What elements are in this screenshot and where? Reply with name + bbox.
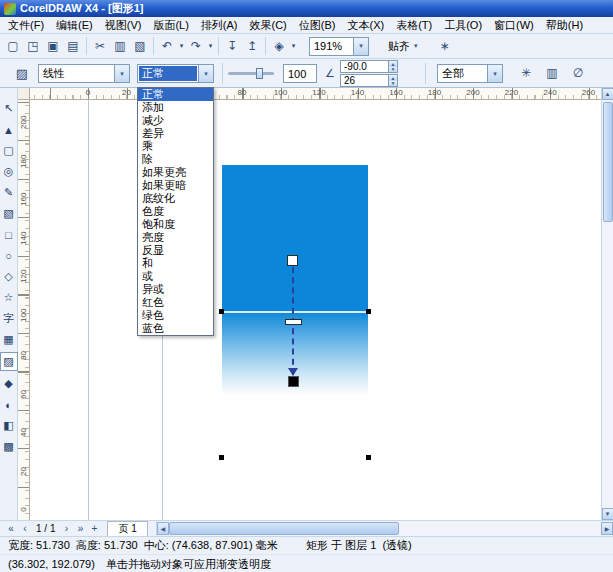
import-button[interactable]: ↧ bbox=[222, 36, 242, 56]
transparency-midpoint-slider-track[interactable] bbox=[228, 72, 274, 75]
transparency-type-arrow-icon[interactable]: ▾ bbox=[114, 65, 129, 82]
options-button[interactable]: ∗ bbox=[435, 36, 455, 56]
crop-tool[interactable]: ▢ bbox=[1, 142, 17, 159]
menu-item-text[interactable]: 文本(X) bbox=[341, 17, 390, 34]
dropdown-item-11[interactable]: 亮度 bbox=[138, 231, 213, 244]
horizontal-scrollbar[interactable]: ◀ ▶ bbox=[156, 521, 613, 536]
transparency-start-handle[interactable] bbox=[287, 255, 298, 266]
edge-spin-down-icon[interactable]: ▼ bbox=[389, 81, 397, 87]
scroll-down-icon[interactable]: ▼ bbox=[602, 508, 613, 520]
eyedropper-tool[interactable]: ◆ bbox=[1, 375, 17, 392]
previous-page-button[interactable]: ‹ bbox=[18, 522, 32, 536]
drawing-canvas[interactable] bbox=[30, 100, 601, 520]
shape-tool[interactable]: ▲ bbox=[1, 121, 17, 138]
open-document-button[interactable]: ◳ bbox=[23, 36, 43, 56]
last-page-button[interactable]: » bbox=[73, 522, 87, 536]
dropdown-item-18[interactable]: 蓝色 bbox=[138, 322, 213, 335]
copy-button[interactable]: ▥ bbox=[110, 36, 130, 56]
interactive-transparency-tool[interactable]: ▨ bbox=[0, 352, 18, 371]
snap-dropdown-arrow-icon[interactable]: ▾ bbox=[414, 42, 418, 50]
selection-handle-middle-left[interactable] bbox=[219, 309, 224, 314]
dropdown-item-6[interactable]: 如果更亮 bbox=[138, 166, 213, 179]
table-tool[interactable]: ▦ bbox=[1, 331, 17, 348]
selection-handle-bottom-right[interactable] bbox=[366, 455, 371, 460]
zoom-tool[interactable]: ◎ bbox=[1, 163, 17, 180]
menu-item-effects[interactable]: 效果(C) bbox=[244, 17, 293, 34]
dropdown-item-7[interactable]: 如果更暗 bbox=[138, 179, 213, 192]
copy-transparency-button[interactable]: ▥ bbox=[542, 63, 562, 83]
vertical-scrollbar[interactable]: ▲ ▼ bbox=[601, 88, 613, 520]
scroll-right-icon[interactable]: ▶ bbox=[601, 522, 613, 535]
transparency-midpoint-handle[interactable] bbox=[285, 319, 302, 325]
transparency-operation-arrow-icon[interactable]: ▾ bbox=[198, 65, 213, 82]
dropdown-item-12[interactable]: 反显 bbox=[138, 244, 213, 257]
transparency-opacity-field[interactable]: 100 bbox=[283, 64, 317, 83]
dropdown-item-2[interactable]: 减少 bbox=[138, 114, 213, 127]
zoom-level-combo[interactable]: 191% ▾ bbox=[309, 37, 369, 56]
dropdown-item-5[interactable]: 除 bbox=[138, 153, 213, 166]
polygon-tool[interactable]: ◇ bbox=[1, 268, 17, 285]
clear-transparency-button[interactable]: ∅ bbox=[568, 63, 588, 83]
freeze-transparency-button[interactable]: ✳ bbox=[516, 63, 536, 83]
vertical-scrollbar-thumb[interactable] bbox=[603, 102, 613, 222]
selection-handle-middle-right[interactable] bbox=[366, 309, 371, 314]
paste-button[interactable]: ▧ bbox=[130, 36, 150, 56]
dropdown-item-8[interactable]: 底纹化 bbox=[138, 192, 213, 205]
basic-shapes-tool[interactable]: ☆ bbox=[1, 289, 17, 306]
next-page-button[interactable]: › bbox=[59, 522, 73, 536]
angle-spin-down-icon[interactable]: ▼ bbox=[389, 67, 397, 73]
print-button[interactable]: ▤ bbox=[63, 36, 83, 56]
dropdown-item-15[interactable]: 异或 bbox=[138, 283, 213, 296]
menu-item-file[interactable]: 文件(F) bbox=[2, 17, 50, 34]
outline-tool[interactable]: ◐ bbox=[1, 396, 17, 413]
application-launcher-button[interactable]: ◈ bbox=[269, 36, 289, 56]
edit-transparency-icon[interactable]: ▨ bbox=[12, 63, 32, 83]
menu-item-bitmaps[interactable]: 位图(B) bbox=[293, 17, 342, 34]
menu-item-tools[interactable]: 工具(O) bbox=[438, 17, 488, 34]
undo-button-arrow-icon[interactable]: ▾ bbox=[177, 36, 186, 56]
dropdown-item-3[interactable]: 差异 bbox=[138, 127, 213, 140]
rectangle-tool[interactable]: □ bbox=[1, 226, 17, 243]
new-document-button[interactable]: ▢ bbox=[3, 36, 23, 56]
application-launcher-button-arrow-icon[interactable]: ▾ bbox=[289, 36, 298, 56]
pick-tool[interactable]: ↖ bbox=[1, 100, 17, 117]
text-tool[interactable]: 字 bbox=[1, 310, 17, 327]
redo-button[interactable]: ↷ bbox=[186, 36, 206, 56]
menu-item-arrange[interactable]: 排列(A) bbox=[195, 17, 244, 34]
horizontal-scrollbar-thumb[interactable] bbox=[169, 522, 399, 535]
cut-button[interactable]: ✂ bbox=[90, 36, 110, 56]
menu-item-window[interactable]: 窗口(W) bbox=[488, 17, 540, 34]
dropdown-item-17[interactable]: 绿色 bbox=[138, 309, 213, 322]
fountain-angle-field[interactable]: -90.0 ▲ ▼ bbox=[340, 60, 398, 73]
scroll-up-icon[interactable]: ▲ bbox=[602, 88, 613, 100]
dropdown-item-10[interactable]: 饱和度 bbox=[138, 218, 213, 231]
menu-item-help[interactable]: 帮助(H) bbox=[540, 17, 589, 34]
dropdown-item-0[interactable]: 正常 bbox=[138, 88, 213, 101]
page-tab[interactable]: 页 1 bbox=[107, 521, 147, 536]
menu-item-view[interactable]: 视图(V) bbox=[99, 17, 148, 34]
dropdown-item-13[interactable]: 和 bbox=[138, 257, 213, 270]
ellipse-tool[interactable]: ○ bbox=[1, 247, 17, 264]
dropdown-item-1[interactable]: 添加 bbox=[138, 101, 213, 114]
rectangle-object[interactable] bbox=[222, 165, 368, 457]
dropdown-item-9[interactable]: 色度 bbox=[138, 205, 213, 218]
transparency-target-combo[interactable]: 全部 ▾ bbox=[437, 64, 503, 83]
menu-item-table[interactable]: 表格(T) bbox=[390, 17, 438, 34]
menu-item-edit[interactable]: 编辑(E) bbox=[50, 17, 99, 34]
freehand-tool[interactable]: ✎ bbox=[1, 184, 17, 201]
edge-pad-field[interactable]: 26 ▲ ▼ bbox=[340, 74, 398, 87]
transparency-end-handle[interactable] bbox=[288, 376, 299, 387]
transparency-operation-combo[interactable]: 正常 ▾ bbox=[137, 64, 214, 83]
add-page-button[interactable]: + bbox=[87, 522, 101, 536]
dropdown-item-4[interactable]: 乘 bbox=[138, 140, 213, 153]
zoom-combo-arrow-icon[interactable]: ▾ bbox=[353, 38, 368, 55]
menu-item-layout[interactable]: 版面(L) bbox=[147, 17, 194, 34]
snap-to-button[interactable]: 贴齐 ▾ bbox=[382, 37, 422, 56]
interactive-fill-tool[interactable]: ▩ bbox=[1, 438, 17, 455]
transparency-slider-handle[interactable] bbox=[256, 68, 263, 79]
export-button[interactable]: ↥ bbox=[242, 36, 262, 56]
undo-button[interactable]: ↶ bbox=[157, 36, 177, 56]
save-document-button[interactable]: ▣ bbox=[43, 36, 63, 56]
dropdown-item-16[interactable]: 红色 bbox=[138, 296, 213, 309]
transparency-target-arrow-icon[interactable]: ▾ bbox=[487, 65, 502, 82]
